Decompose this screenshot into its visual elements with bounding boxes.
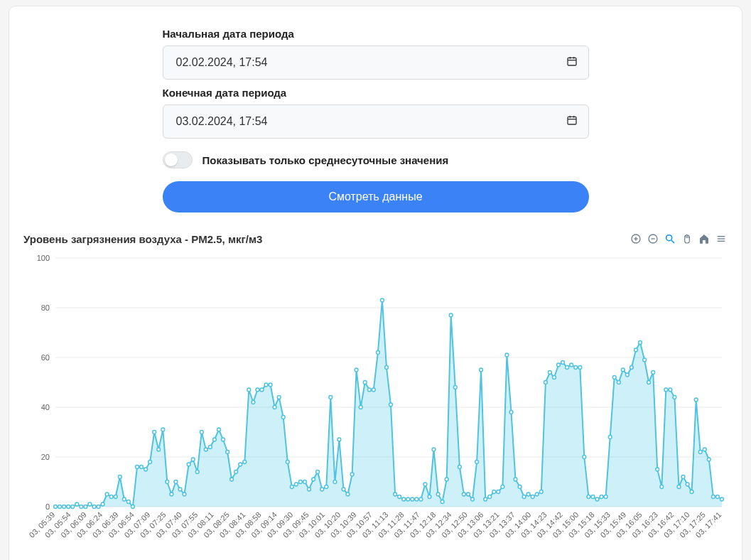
svg-point-146	[553, 376, 556, 379]
svg-point-160	[612, 376, 616, 379]
selection-zoom-icon[interactable]	[664, 232, 676, 245]
svg-text:60: 60	[41, 353, 50, 362]
svg-point-103	[367, 388, 371, 392]
daily-avg-toggle[interactable]	[163, 151, 193, 168]
svg-point-164	[630, 366, 634, 370]
svg-point-99	[350, 473, 354, 476]
svg-point-181	[703, 448, 706, 451]
svg-point-66	[209, 446, 212, 449]
svg-point-143	[539, 490, 543, 494]
svg-point-33	[67, 505, 70, 509]
svg-point-148	[561, 361, 565, 365]
svg-point-145	[549, 371, 552, 375]
svg-point-136	[509, 411, 513, 414]
svg-text:80: 80	[41, 303, 50, 312]
svg-point-32	[63, 505, 66, 509]
svg-point-118	[432, 448, 436, 451]
svg-point-121	[445, 478, 448, 481]
svg-point-74	[243, 461, 247, 464]
svg-point-169	[652, 371, 655, 375]
svg-point-31	[58, 505, 62, 509]
view-data-button[interactable]: Смотреть данные	[163, 181, 589, 212]
svg-point-71	[230, 478, 234, 481]
svg-point-78	[260, 388, 264, 392]
menu-icon[interactable]	[715, 232, 728, 245]
svg-point-131	[488, 495, 492, 499]
svg-point-108	[389, 403, 393, 406]
zoom-out-icon[interactable]	[647, 232, 659, 245]
svg-point-95	[333, 480, 337, 484]
svg-point-153	[583, 456, 586, 459]
svg-point-63	[195, 470, 199, 474]
svg-point-88	[303, 480, 307, 484]
svg-text:100: 100	[37, 254, 50, 262]
svg-point-43	[109, 495, 113, 499]
end-date-input-wrap	[163, 104, 589, 139]
svg-point-83	[281, 416, 285, 419]
svg-point-97	[342, 488, 345, 491]
svg-point-46	[122, 497, 126, 501]
svg-point-161	[617, 381, 620, 384]
svg-point-184	[716, 495, 720, 499]
svg-text:40: 40	[41, 403, 50, 411]
svg-point-139	[522, 495, 526, 499]
svg-point-179	[694, 398, 698, 402]
svg-point-37	[84, 505, 87, 509]
svg-point-86	[295, 483, 298, 486]
svg-point-173	[669, 388, 672, 392]
svg-point-98	[346, 492, 350, 496]
pan-icon[interactable]	[681, 232, 693, 245]
svg-point-152	[578, 366, 582, 370]
svg-point-100	[355, 368, 358, 372]
svg-point-172	[664, 388, 668, 392]
svg-point-42	[105, 492, 109, 496]
end-date-label: Конечная дата периода	[163, 87, 589, 99]
svg-point-96	[337, 438, 341, 441]
svg-point-45	[118, 475, 121, 479]
svg-point-49	[136, 465, 139, 469]
svg-point-140	[526, 492, 530, 496]
svg-point-94	[329, 396, 333, 399]
svg-point-77	[256, 388, 259, 392]
svg-point-132	[492, 490, 496, 494]
svg-point-133	[497, 490, 500, 494]
svg-point-60	[183, 492, 186, 496]
start-date-input-wrap	[163, 45, 589, 80]
svg-point-91	[316, 470, 320, 474]
svg-point-174	[673, 396, 676, 399]
svg-point-128	[475, 461, 479, 464]
svg-point-36	[80, 505, 83, 509]
svg-point-116	[423, 483, 427, 486]
svg-point-110	[398, 495, 401, 499]
svg-point-180	[698, 451, 702, 454]
end-date-input[interactable]	[163, 104, 589, 139]
svg-point-58	[174, 480, 178, 484]
chart-toolbar	[630, 232, 728, 245]
svg-point-119	[436, 492, 440, 496]
svg-point-30	[54, 505, 58, 509]
chart-section: Уровень загрязнения воздуха - PM2.5, мкг…	[23, 232, 728, 549]
svg-line-14	[671, 240, 674, 243]
svg-point-150	[570, 363, 573, 367]
svg-point-126	[467, 492, 470, 496]
svg-point-149	[566, 366, 569, 370]
svg-point-105	[377, 351, 380, 355]
svg-point-170	[656, 468, 659, 471]
start-date-input[interactable]	[163, 45, 589, 80]
svg-point-163	[626, 373, 630, 377]
start-date-label: Начальная дата периода	[163, 28, 589, 40]
zoom-in-icon[interactable]	[630, 232, 642, 245]
svg-point-155	[591, 495, 595, 499]
svg-point-157	[600, 495, 603, 499]
svg-point-56	[166, 480, 169, 484]
reset-zoom-icon[interactable]	[698, 232, 711, 245]
svg-point-185	[720, 497, 724, 501]
svg-point-62	[191, 458, 195, 461]
svg-point-165	[634, 348, 638, 352]
svg-point-68	[217, 428, 221, 431]
chart-title: Уровень загрязнения воздуха - PM2.5, мкг…	[23, 233, 262, 245]
chart-container[interactable]: 02040608010003, 05:3903, 05:5403, 06:090…	[23, 251, 728, 549]
svg-point-175	[677, 485, 681, 489]
svg-point-90	[312, 478, 315, 481]
svg-point-137	[514, 478, 517, 481]
